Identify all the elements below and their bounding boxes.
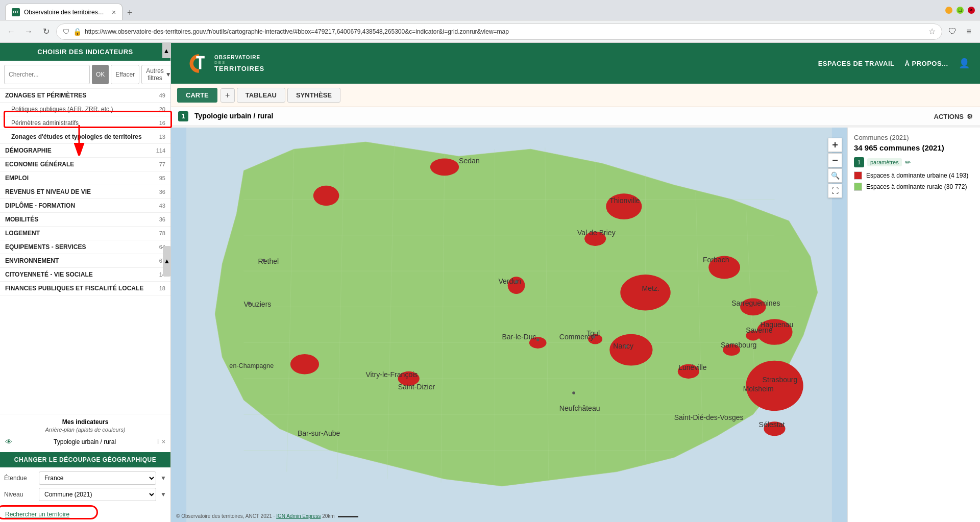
extensions-icon[interactable]: 🛡	[945, 24, 960, 39]
main-layout: ▲ CHOISIR DES INDICATEURS OK Effacer Aut…	[0, 43, 980, 522]
indicator-category-item[interactable]: FINANCES PUBLIQUES ET FISCALITÉ LOCALE18	[0, 282, 170, 295]
indicateur-info-icon[interactable]: i	[157, 438, 159, 445]
indicator-category-item[interactable]: Politiques publiques (AFR, ZRR, etc.)20	[0, 103, 170, 116]
legend-layer-count: 34 965 communes (2021)	[854, 143, 974, 152]
address-bar[interactable]: 🛡 🔒 https://www.observatoire-des-territo…	[56, 23, 942, 40]
svg-text:Sélestat: Sélestat	[759, 420, 785, 429]
search-location-button[interactable]: 🔍	[828, 168, 842, 183]
indicator-category-item[interactable]: ENVIRONNEMENT67	[0, 254, 170, 268]
actions-button[interactable]: ACTIONS ⚙	[934, 113, 973, 120]
map-svg: Sedan Thionville Val de Briey Rethel Vou…	[171, 128, 847, 522]
tab-add-button[interactable]: +	[220, 88, 235, 103]
bookmark-icon[interactable]: ☆	[928, 27, 936, 36]
indicateur-item: 👁 Typologie urbain / rural i ×	[5, 436, 165, 448]
svg-text:Thionville: Thionville	[609, 196, 640, 205]
category-name: CITOYENNETÉ - VIE SOCIALE	[5, 271, 93, 278]
forward-button[interactable]: →	[21, 24, 36, 39]
indicator-category-item[interactable]: MOBILITÉS36	[0, 213, 170, 227]
espaces-travail-nav[interactable]: ESPACES DE TRAVAIL	[818, 60, 895, 67]
indicator-category-item[interactable]: ZONAGES ET PÉRIMÈTRES49	[0, 89, 170, 103]
new-tab-button[interactable]: +	[122, 6, 137, 20]
more-menu-icon[interactable]: ≡	[962, 24, 976, 39]
security-icon: 🛡	[63, 28, 70, 36]
svg-text:Verdun: Verdun	[498, 277, 521, 285]
ign-link[interactable]: IGN Admin Express	[276, 513, 321, 519]
logo-area: OBSERVATOIRE DES TERRITOIRES	[181, 49, 264, 78]
search-input[interactable]	[4, 65, 90, 84]
svg-point-69	[248, 302, 251, 305]
geo-options: Étendue France ▼ Niveau Commune (2021) ▼	[0, 467, 170, 508]
svg-point-72	[536, 338, 540, 341]
refresh-button[interactable]: ↻	[39, 24, 53, 39]
svg-text:Vitry-le-François: Vitry-le-François	[365, 370, 418, 379]
svg-text:Rethel: Rethel	[258, 257, 279, 265]
tab-synthese[interactable]: SYNTHÈSE	[287, 88, 340, 103]
svg-text:Bar-sur-Aube: Bar-sur-Aube	[298, 429, 340, 437]
niveau-select[interactable]: Commune (2021)	[39, 488, 156, 501]
category-count: 49	[159, 92, 165, 98]
etendue-label: Étendue	[4, 475, 35, 482]
search-ok-button[interactable]: OK	[92, 65, 109, 84]
svg-point-37	[290, 354, 319, 374]
tab-close-button[interactable]: ×	[112, 8, 116, 16]
svg-text:Saint-Dizier: Saint-Dizier	[398, 383, 435, 391]
legend-edit-icon[interactable]: ✏	[905, 158, 911, 166]
browser-actions: 🛡 ≡	[945, 24, 976, 39]
svg-text:Saint-Dié-des-Vosges: Saint-Dié-des-Vosges	[674, 413, 744, 421]
indicator-category-item[interactable]: LOGEMENT78	[0, 227, 170, 240]
niveau-row: Niveau Commune (2021) ▼	[4, 488, 166, 501]
legend-layer-title: Communes (2021)	[854, 134, 974, 141]
map-controls: + − 🔍 ⛶	[828, 138, 842, 198]
tab-carte[interactable]: CARTE	[177, 88, 217, 103]
etendue-dropdown-icon: ▼	[160, 475, 166, 482]
browser-chrome: OT Observatoire des territoires - A × + …	[0, 0, 980, 20]
legend-item-urban: Espaces à dominante urbaine (4 193)	[854, 171, 974, 180]
eye-icon[interactable]: 👁	[5, 438, 12, 446]
indicator-category-item[interactable]: Périmètres administratifs16	[0, 116, 170, 130]
category-count: 36	[159, 189, 165, 195]
indicateur-close-icon[interactable]: ×	[162, 438, 165, 445]
zoom-in-button[interactable]: +	[828, 138, 842, 152]
svg-text:Val de Briey: Val de Briey	[577, 229, 616, 237]
category-name: ECONOMIE GÉNÉRALE	[5, 161, 74, 168]
etendue-row: Étendue France ▼	[4, 471, 166, 485]
zoom-out-button[interactable]: −	[828, 153, 842, 167]
scroll-arrow[interactable]: ▲	[163, 246, 171, 277]
svg-text:Forbach: Forbach	[703, 256, 729, 264]
indicator-category-item[interactable]: EMPLOI95	[0, 171, 170, 185]
scroll-up-arrow[interactable]: ▲	[162, 43, 170, 58]
legend-panel: Communes (2021) 34 965 communes (2021) 1…	[847, 128, 980, 522]
clear-button[interactable]: Effacer	[111, 65, 139, 84]
logo-territoires: TERRITOIRES	[214, 65, 264, 72]
back-button[interactable]: ←	[4, 24, 18, 39]
filter-button[interactable]: Autres filtres ▼	[141, 65, 171, 84]
rechercher-territoire-button[interactable]: Rechercher un territoire	[5, 511, 69, 518]
scale-bar	[338, 516, 358, 517]
category-name: REVENUS ET NIVEAU DE VIE	[5, 188, 91, 195]
changer-decoupage-button[interactable]: CHANGER LE DÉCOUPAGE GÉOGRAPHIQUE	[0, 452, 170, 467]
category-count: 16	[159, 120, 165, 126]
indicator-category-item[interactable]: REVENUS ET NIVEAU DE VIE36	[0, 185, 170, 199]
search-bar: OK Effacer Autres filtres ▼	[0, 61, 170, 89]
etendue-select[interactable]: France	[39, 471, 156, 485]
indicator-category-item[interactable]: ECONOMIE GÉNÉRALE77	[0, 158, 170, 171]
category-count: 77	[159, 161, 165, 167]
indicator-category-item[interactable]: DÉMOGRAPHIE114	[0, 144, 170, 158]
tab-tableau[interactable]: TABLEAU	[237, 88, 285, 103]
user-icon[interactable]: 👤	[959, 58, 970, 69]
svg-text:Sarrebourg: Sarrebourg	[721, 341, 756, 349]
apropos-nav[interactable]: À PROPOS...	[905, 60, 948, 67]
active-tab[interactable]: OT Observatoire des territoires - A ×	[5, 4, 122, 20]
arriere-plan-label: Arrière-plan (aplats de couleurs)	[5, 427, 165, 433]
indicator-category-item[interactable]: CITOYENNETÉ - VIE SOCIALE14	[0, 268, 170, 282]
indicator-category-item[interactable]: DIPLÔME - FORMATION43	[0, 199, 170, 213]
legend-label-rural: Espaces à dominante rurale (30 772)	[866, 183, 967, 190]
indicator-category-item[interactable]: Zonages d'études et typologies de territ…	[0, 130, 170, 144]
legend-params-button[interactable]: paramètres	[867, 158, 902, 166]
svg-point-73	[593, 336, 596, 339]
fullscreen-button[interactable]: ⛶	[828, 184, 842, 198]
niveau-dropdown-icon: ▼	[160, 491, 166, 498]
indicator-category-item[interactable]: EQUIPEMENTS - SERVICES64	[0, 240, 170, 254]
svg-text:Nancy: Nancy	[613, 342, 633, 350]
logo-des: DES	[214, 60, 264, 65]
